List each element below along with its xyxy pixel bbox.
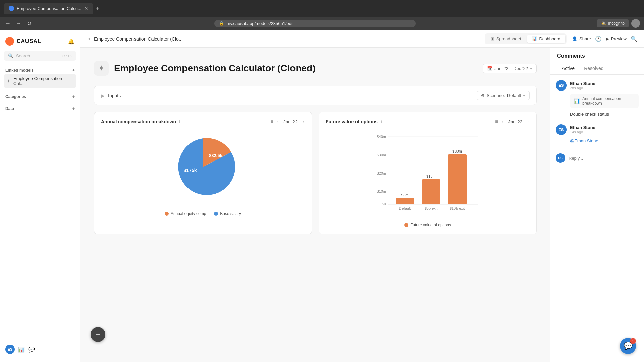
reload-button[interactable]: ↻ (25, 19, 33, 28)
reply-input[interactable] (569, 156, 639, 161)
logo-circle (5, 37, 14, 46)
share-label: Share (579, 36, 591, 41)
search-bar[interactable]: 🔍 Search... Ctrl+K (4, 51, 76, 61)
pie-chart-legend: Annual equity comp Base salary (101, 211, 305, 216)
date-range-picker[interactable]: 📅 Jan '22 – Dec '22 ▾ (483, 64, 537, 73)
pie-chart-nav: ≡ ← Jan '22 → (270, 119, 305, 125)
spreadsheet-icon[interactable]: 📊 (18, 346, 25, 353)
svg-text:$3m: $3m (401, 193, 408, 197)
profile-avatar[interactable] (631, 19, 640, 28)
pie-menu-button[interactable]: ≡ (270, 119, 273, 125)
tab-favicon (9, 6, 14, 11)
comment-time-1: 28s ago (570, 86, 595, 90)
bar-chart-nav: ≡ ← Jan '22 → (495, 119, 530, 125)
incognito-button[interactable]: 🕵️ Incognito (597, 19, 629, 27)
categories-section: Categories + (0, 89, 80, 102)
address-bar[interactable]: 🔒 my.causal.app/models/235651/edit (214, 20, 416, 27)
sidebar-bottom: ES 📊 💬 (0, 341, 80, 358)
notifications-button[interactable]: 🔔 (68, 38, 75, 45)
doc-star-icon: ✦ (87, 36, 91, 42)
tab-dashboard[interactable]: 📊 Dashboard (527, 35, 565, 43)
scenario-value: Default (507, 93, 521, 98)
equity-legend-label: Annual equity comp (171, 211, 206, 216)
url-text: my.causal.app/models/235651/edit (227, 21, 294, 26)
comment-mention: @Ethan Stone (570, 138, 598, 143)
browser-tab[interactable]: Employee Compensation Calcu... ✕ (4, 3, 93, 14)
back-button[interactable]: ← (4, 19, 12, 28)
bar-next-button[interactable]: → (525, 119, 530, 124)
close-tab-button[interactable]: ✕ (84, 6, 88, 11)
comments-panel: Comments Active Resolved ES Ethan Stone (550, 48, 644, 362)
search-topbar-icon[interactable]: 🔍 (631, 36, 637, 42)
sidebar-item-compensation[interactable]: ✦ Employee Compensation Cal... (4, 74, 76, 88)
tab-resolved-comments[interactable]: Resolved (579, 63, 608, 74)
spreadsheet-tab-icon: ⊞ (491, 36, 494, 41)
incognito-label: Incognito (608, 21, 625, 26)
bar-chart-title-row: Future value of options ℹ (326, 119, 382, 124)
data-header: Data + (4, 105, 76, 112)
doc-title: Employee Compensation Calculator (Cloned… (114, 63, 316, 74)
add-linked-model-button[interactable]: + (72, 68, 75, 73)
bar-chart-header: Future value of options ℹ ≡ ← Jan '22 → (326, 119, 530, 125)
scenario-chevron: ▾ (523, 93, 525, 98)
svg-text:$40m: $40m (377, 135, 386, 139)
share-icon: 👤 (572, 36, 577, 41)
pie-next-button[interactable]: → (300, 119, 305, 124)
reply-avatar: ES (556, 153, 565, 163)
topbar-actions: 👤 Share 🕐 ▶ Preview 🔍 (572, 36, 637, 42)
bar-chart-legend: Future value of options (326, 223, 530, 227)
search-placeholder: Search... (16, 53, 34, 58)
add-category-button[interactable]: + (72, 94, 75, 99)
scenario-icon: ⊕ (481, 93, 485, 98)
bar-menu-button[interactable]: ≡ (495, 119, 498, 125)
causal-logo: CAUSAL (5, 37, 41, 46)
comment-ref-1: 📊 Annual compensation breakdown (570, 94, 639, 108)
chat-badge: 1 (630, 338, 636, 344)
browser-nav: ← → ↻ 🔒 my.causal.app/models/235651/edit… (0, 17, 644, 30)
comment-icon[interactable]: 💬 (28, 346, 35, 353)
pie-prev-button[interactable]: ← (276, 119, 281, 124)
new-tab-button[interactable]: + (96, 5, 100, 12)
categories-header: Categories + (4, 93, 76, 100)
bar-info-icon[interactable]: ℹ (380, 119, 382, 124)
comment-ref-text-1: Annual compensation breakdown (582, 96, 635, 106)
inputs-header[interactable]: ▶ Inputs ⊕ Scenario: Default ▾ (94, 86, 536, 105)
chat-button[interactable]: 💬 1 (620, 338, 636, 354)
categories-label: Categories (5, 94, 26, 99)
doc-breadcrumb[interactable]: ✦ Employee Compensation Calculator (Clo.… (87, 36, 183, 42)
play-icon: ▶ (606, 36, 609, 41)
reply-row: ES (556, 149, 639, 163)
share-button[interactable]: 👤 Share (572, 36, 591, 41)
content-area: ✦ Employee Compensation Calculator (Clon… (80, 48, 644, 362)
spreadsheet-tab-label: Spreadsheet (496, 36, 521, 41)
history-icon[interactable]: 🕐 (595, 36, 602, 42)
plus-icon: + (96, 330, 100, 339)
pie-chart-title-row: Annual compensation breakdown ℹ (101, 119, 180, 124)
tab-spreadsheet[interactable]: ⊞ Spreadsheet (486, 35, 526, 43)
comments-tabs: Active Resolved (557, 63, 637, 74)
comment-meta-2: Ethan Stone 14s ago (570, 125, 595, 134)
view-tabs: ⊞ Spreadsheet 📊 Dashboard (485, 33, 567, 44)
preview-label: Preview (611, 36, 627, 41)
equity-dot (165, 212, 169, 216)
add-data-button[interactable]: + (72, 106, 75, 111)
sidebar-item-label: Employee Compensation Cal... (13, 76, 73, 86)
search-icon: 🔍 (8, 53, 13, 58)
pie-info-icon[interactable]: ℹ (179, 119, 180, 124)
scenario-selector[interactable]: ⊕ Scenario: Default ▾ (477, 91, 530, 100)
comment-thread-1: ES Ethan Stone 28s ago 📊 Annual compensa… (556, 80, 639, 118)
comments-title: Comments (557, 53, 637, 59)
comment-body-1: Double check status (570, 111, 639, 118)
date-range-text: Jan '22 – Dec '22 (494, 66, 528, 71)
add-block-button[interactable]: + (91, 327, 105, 342)
svg-text:$10m: $10m (377, 189, 386, 193)
bar-chart-card: Future value of options ℹ ≡ ← Jan '22 → (319, 112, 537, 234)
forward-button[interactable]: → (15, 19, 23, 28)
logo-text: CAUSAL (17, 38, 41, 44)
comment-meta-1: Ethan Stone 28s ago (570, 81, 595, 90)
bar-prev-button[interactable]: ← (501, 119, 505, 124)
options-dot (404, 223, 408, 227)
preview-button[interactable]: ▶ Preview (606, 36, 627, 41)
user-avatar[interactable]: ES (5, 345, 15, 354)
tab-active-comments[interactable]: Active (557, 63, 579, 74)
